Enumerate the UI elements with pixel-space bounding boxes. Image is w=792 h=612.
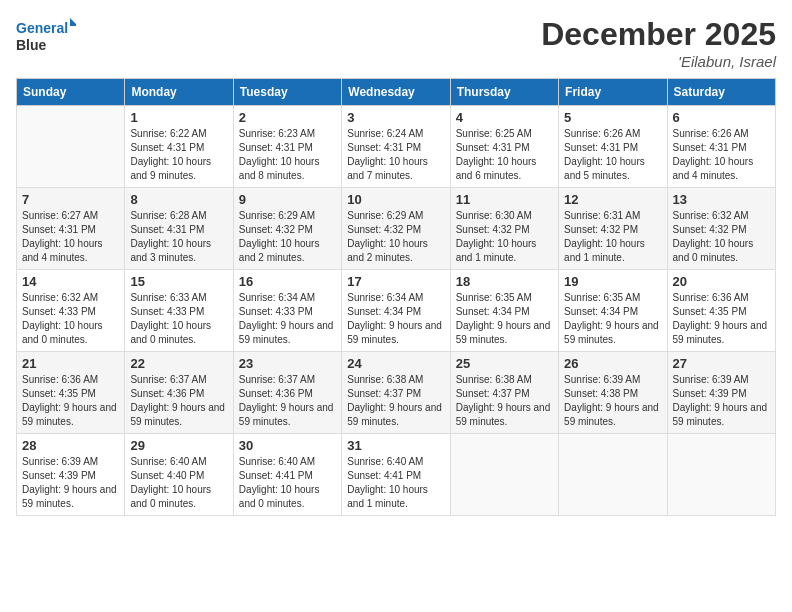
calendar-cell: 18Sunrise: 6:35 AM Sunset: 4:34 PM Dayli… [450,270,558,352]
calendar-cell: 22Sunrise: 6:37 AM Sunset: 4:36 PM Dayli… [125,352,233,434]
weekday-header-thursday: Thursday [450,79,558,106]
day-info: Sunrise: 6:35 AM Sunset: 4:34 PM Dayligh… [456,291,553,347]
day-info: Sunrise: 6:35 AM Sunset: 4:34 PM Dayligh… [564,291,661,347]
week-row-5: 28Sunrise: 6:39 AM Sunset: 4:39 PM Dayli… [17,434,776,516]
calendar-cell: 11Sunrise: 6:30 AM Sunset: 4:32 PM Dayli… [450,188,558,270]
day-info: Sunrise: 6:24 AM Sunset: 4:31 PM Dayligh… [347,127,444,183]
calendar-cell: 9Sunrise: 6:29 AM Sunset: 4:32 PM Daylig… [233,188,341,270]
calendar-cell: 26Sunrise: 6:39 AM Sunset: 4:38 PM Dayli… [559,352,667,434]
day-number: 25 [456,356,553,371]
day-info: Sunrise: 6:25 AM Sunset: 4:31 PM Dayligh… [456,127,553,183]
calendar-cell [559,434,667,516]
day-info: Sunrise: 6:28 AM Sunset: 4:31 PM Dayligh… [130,209,227,265]
calendar-cell: 25Sunrise: 6:38 AM Sunset: 4:37 PM Dayli… [450,352,558,434]
weekday-header-saturday: Saturday [667,79,775,106]
calendar-table: SundayMondayTuesdayWednesdayThursdayFrid… [16,78,776,516]
weekday-header-monday: Monday [125,79,233,106]
location: 'Eilabun, Israel [541,53,776,70]
week-row-1: 1Sunrise: 6:22 AM Sunset: 4:31 PM Daylig… [17,106,776,188]
month-title: December 2025 [541,16,776,53]
calendar-cell [17,106,125,188]
day-info: Sunrise: 6:32 AM Sunset: 4:33 PM Dayligh… [22,291,119,347]
day-number: 29 [130,438,227,453]
day-number: 19 [564,274,661,289]
day-number: 12 [564,192,661,207]
weekday-header-friday: Friday [559,79,667,106]
day-info: Sunrise: 6:29 AM Sunset: 4:32 PM Dayligh… [347,209,444,265]
day-number: 18 [456,274,553,289]
calendar-cell: 16Sunrise: 6:34 AM Sunset: 4:33 PM Dayli… [233,270,341,352]
day-info: Sunrise: 6:36 AM Sunset: 4:35 PM Dayligh… [673,291,770,347]
day-info: Sunrise: 6:38 AM Sunset: 4:37 PM Dayligh… [347,373,444,429]
day-info: Sunrise: 6:32 AM Sunset: 4:32 PM Dayligh… [673,209,770,265]
day-info: Sunrise: 6:40 AM Sunset: 4:41 PM Dayligh… [347,455,444,511]
day-number: 6 [673,110,770,125]
day-number: 15 [130,274,227,289]
day-number: 13 [673,192,770,207]
day-number: 16 [239,274,336,289]
day-info: Sunrise: 6:29 AM Sunset: 4:32 PM Dayligh… [239,209,336,265]
day-number: 10 [347,192,444,207]
day-info: Sunrise: 6:40 AM Sunset: 4:41 PM Dayligh… [239,455,336,511]
day-info: Sunrise: 6:39 AM Sunset: 4:38 PM Dayligh… [564,373,661,429]
logo: General Blue [16,16,76,54]
day-number: 3 [347,110,444,125]
day-info: Sunrise: 6:36 AM Sunset: 4:35 PM Dayligh… [22,373,119,429]
calendar-cell [450,434,558,516]
day-number: 1 [130,110,227,125]
day-number: 7 [22,192,119,207]
day-info: Sunrise: 6:39 AM Sunset: 4:39 PM Dayligh… [22,455,119,511]
calendar-cell: 29Sunrise: 6:40 AM Sunset: 4:40 PM Dayli… [125,434,233,516]
day-number: 24 [347,356,444,371]
day-number: 27 [673,356,770,371]
page-header: General Blue December 2025 'Eilabun, Isr… [16,16,776,70]
day-number: 30 [239,438,336,453]
calendar-cell: 21Sunrise: 6:36 AM Sunset: 4:35 PM Dayli… [17,352,125,434]
weekday-header-tuesday: Tuesday [233,79,341,106]
calendar-cell: 14Sunrise: 6:32 AM Sunset: 4:33 PM Dayli… [17,270,125,352]
day-number: 20 [673,274,770,289]
day-info: Sunrise: 6:40 AM Sunset: 4:40 PM Dayligh… [130,455,227,511]
day-info: Sunrise: 6:26 AM Sunset: 4:31 PM Dayligh… [673,127,770,183]
day-info: Sunrise: 6:30 AM Sunset: 4:32 PM Dayligh… [456,209,553,265]
calendar-cell: 23Sunrise: 6:37 AM Sunset: 4:36 PM Dayli… [233,352,341,434]
calendar-cell: 2Sunrise: 6:23 AM Sunset: 4:31 PM Daylig… [233,106,341,188]
calendar-cell: 27Sunrise: 6:39 AM Sunset: 4:39 PM Dayli… [667,352,775,434]
calendar-cell: 7Sunrise: 6:27 AM Sunset: 4:31 PM Daylig… [17,188,125,270]
day-number: 28 [22,438,119,453]
day-info: Sunrise: 6:26 AM Sunset: 4:31 PM Dayligh… [564,127,661,183]
day-number: 11 [456,192,553,207]
calendar-cell: 17Sunrise: 6:34 AM Sunset: 4:34 PM Dayli… [342,270,450,352]
day-number: 21 [22,356,119,371]
weekday-header-row: SundayMondayTuesdayWednesdayThursdayFrid… [17,79,776,106]
calendar-cell: 4Sunrise: 6:25 AM Sunset: 4:31 PM Daylig… [450,106,558,188]
day-number: 17 [347,274,444,289]
day-info: Sunrise: 6:23 AM Sunset: 4:31 PM Dayligh… [239,127,336,183]
day-info: Sunrise: 6:34 AM Sunset: 4:34 PM Dayligh… [347,291,444,347]
day-number: 26 [564,356,661,371]
day-info: Sunrise: 6:37 AM Sunset: 4:36 PM Dayligh… [130,373,227,429]
calendar-cell: 6Sunrise: 6:26 AM Sunset: 4:31 PM Daylig… [667,106,775,188]
day-info: Sunrise: 6:34 AM Sunset: 4:33 PM Dayligh… [239,291,336,347]
week-row-3: 14Sunrise: 6:32 AM Sunset: 4:33 PM Dayli… [17,270,776,352]
calendar-cell: 3Sunrise: 6:24 AM Sunset: 4:31 PM Daylig… [342,106,450,188]
day-number: 9 [239,192,336,207]
day-info: Sunrise: 6:22 AM Sunset: 4:31 PM Dayligh… [130,127,227,183]
calendar-cell: 28Sunrise: 6:39 AM Sunset: 4:39 PM Dayli… [17,434,125,516]
calendar-cell: 1Sunrise: 6:22 AM Sunset: 4:31 PM Daylig… [125,106,233,188]
svg-marker-1 [70,18,76,26]
calendar-cell [667,434,775,516]
day-number: 4 [456,110,553,125]
day-number: 2 [239,110,336,125]
calendar-cell: 12Sunrise: 6:31 AM Sunset: 4:32 PM Dayli… [559,188,667,270]
day-info: Sunrise: 6:38 AM Sunset: 4:37 PM Dayligh… [456,373,553,429]
calendar-cell: 5Sunrise: 6:26 AM Sunset: 4:31 PM Daylig… [559,106,667,188]
week-row-4: 21Sunrise: 6:36 AM Sunset: 4:35 PM Dayli… [17,352,776,434]
day-number: 22 [130,356,227,371]
weekday-header-sunday: Sunday [17,79,125,106]
calendar-cell: 13Sunrise: 6:32 AM Sunset: 4:32 PM Dayli… [667,188,775,270]
day-number: 14 [22,274,119,289]
weekday-header-wednesday: Wednesday [342,79,450,106]
day-info: Sunrise: 6:31 AM Sunset: 4:32 PM Dayligh… [564,209,661,265]
day-number: 23 [239,356,336,371]
